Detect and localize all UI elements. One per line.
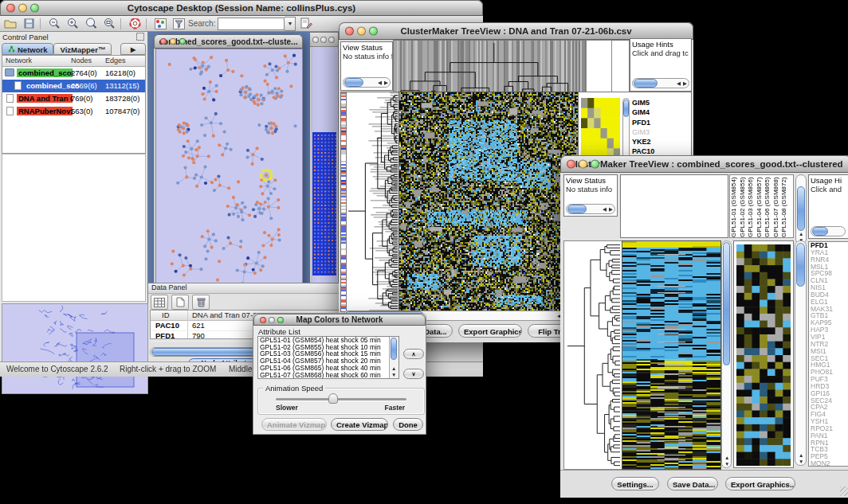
annotation-icon[interactable] (298, 17, 314, 30)
column-label[interactable]: GPL51-06 (GSM865) (764, 175, 772, 237)
vizmapper-icon[interactable] (152, 17, 168, 30)
dialog-titlebar[interactable]: Map Colors to Network (253, 314, 426, 326)
column-label[interactable]: GPL51-04 (GSM857) (756, 175, 764, 237)
create-vizmap-button[interactable]: Create Vizmap (331, 418, 388, 431)
row-dendrogram-canvas[interactable] (563, 240, 622, 470)
more-tabs-button[interactable]: ▶ (120, 43, 146, 55)
column-labels-scrollbar[interactable]: ▲ ▼ (795, 174, 807, 244)
row-label[interactable]: YKE2 (632, 137, 654, 147)
row-label[interactable]: GIM3 (632, 127, 654, 137)
scrollbar-thumb[interactable] (797, 186, 805, 231)
minimize-button[interactable] (357, 27, 366, 36)
zoom-button[interactable] (591, 160, 599, 169)
network-tree-row[interactable]: combined_sco 2569(6) 13112(15) (2, 80, 145, 92)
attribute-list-item[interactable]: GPL51-07 (GSM868) heat shock 60 min (258, 372, 398, 379)
scroll-down-icon[interactable]: ▼ (799, 459, 803, 464)
network-tree-row[interactable]: RNAPuberNov2+ 563(0) 107847(0) (2, 105, 145, 118)
background-window-titlebar[interactable] (310, 33, 338, 47)
scroll-up-icon[interactable]: ▲ (799, 452, 803, 458)
help-lifering-icon[interactable] (127, 17, 143, 30)
export-graphics-button[interactable]: Export Graphics... (458, 324, 522, 338)
heatmap-vscrollbar[interactable]: ▲ ▼ (721, 240, 732, 468)
close-button[interactable] (345, 27, 354, 36)
row-dendrogram-canvas[interactable] (346, 92, 399, 312)
expression-heatmap-canvas[interactable] (398, 92, 579, 312)
view-status-scrollbar[interactable]: ◀ ▶ (566, 204, 615, 214)
close-button[interactable] (260, 317, 266, 323)
birdseye-overview[interactable] (2, 303, 148, 394)
scrollbar-thumb[interactable] (796, 243, 805, 287)
delete-attribute-icon[interactable] (192, 295, 210, 310)
col-header-nodes[interactable]: Nodes (71, 57, 92, 64)
done-button[interactable]: Done (393, 418, 423, 431)
scroll-right-icon[interactable]: ▶ (384, 80, 388, 85)
column-label[interactable]: GPL51-02 (GSM855) (739, 175, 748, 237)
column-label[interactable]: GPL51-03 (GSM856) (747, 175, 756, 237)
save-data-button[interactable]: Save Data... (667, 477, 718, 490)
zoom-button[interactable] (369, 27, 378, 36)
scrollbar-thumb[interactable] (634, 79, 658, 88)
row-label[interactable]: PFD1 (632, 118, 654, 127)
network-tree-row[interactable]: combined_scores 2764(0) 16218(0) (2, 67, 145, 80)
minimize-button[interactable] (320, 37, 327, 43)
zoom-button[interactable] (30, 4, 39, 13)
row-label[interactable]: GIM4 (632, 107, 654, 117)
main-titlebar[interactable]: Cytoscape Desktop (Session Name: collins… (0, 0, 483, 16)
close-button[interactable] (312, 37, 319, 43)
scrollbar-thumb[interactable] (567, 205, 587, 213)
scroll-left-icon[interactable]: ◀ (677, 80, 681, 86)
scroll-down-icon[interactable]: ▼ (724, 461, 729, 467)
attribute-list-scrollbar[interactable]: ▲ ▼ (389, 337, 398, 378)
settings-button[interactable]: Settings... (611, 477, 659, 490)
zoom-out-icon[interactable] (46, 17, 62, 30)
background-network-window[interactable] (309, 32, 339, 289)
new-attribute-icon[interactable] (171, 295, 189, 310)
animate-vizmap-button[interactable]: Animate Vizmap (261, 418, 327, 431)
treeview2-titlebar[interactable]: ClusterMaker TreeView : combined_scores_… (560, 155, 848, 173)
expression-heatmap-canvas[interactable] (622, 240, 721, 470)
zoom-button[interactable] (328, 37, 335, 43)
zoom-in-icon[interactable] (65, 17, 80, 30)
close-button[interactable] (160, 38, 167, 45)
minimize-button[interactable] (579, 160, 587, 169)
speed-slider-thumb[interactable] (328, 393, 338, 404)
speed-slider-track[interactable] (276, 398, 406, 400)
network-graph-canvas[interactable] (155, 49, 303, 289)
col-header-network[interactable]: Network (6, 57, 32, 64)
scroll-left-icon[interactable]: ◀ (603, 206, 607, 212)
tab-network[interactable]: Network (2, 43, 53, 55)
scroll-left-icon[interactable]: ◀ (378, 80, 382, 85)
move-up-button[interactable]: ∧ (403, 349, 424, 359)
scroll-up-icon[interactable]: ▲ (799, 231, 803, 236)
zoom-button[interactable] (179, 38, 186, 45)
scrollbar-thumb[interactable] (391, 338, 397, 360)
scrollbar-thumb[interactable] (623, 100, 629, 117)
scroll-right-icon[interactable]: ▶ (609, 206, 613, 212)
move-down-button[interactable]: ∨ (403, 369, 424, 379)
column-label[interactable]: GPL51-07 (GSM868) (772, 175, 781, 237)
close-button[interactable] (6, 4, 15, 13)
select-attributes-icon[interactable] (151, 295, 168, 310)
tab-vizmapper[interactable]: VizMapper™ (53, 43, 112, 55)
scroll-up-icon[interactable]: ▲ (391, 365, 396, 371)
minimize-button[interactable] (18, 4, 27, 13)
network-tree-row[interactable]: DNA and Tran 07 769(0) 183728(0) (2, 92, 145, 105)
id-column-header[interactable]: ID (162, 311, 170, 319)
zoom-button[interactable] (277, 317, 284, 323)
scroll-up-icon[interactable]: ▲ (724, 455, 729, 460)
save-icon[interactable] (21, 17, 37, 30)
column-label[interactable]: GPL51-08 (GSM872) (780, 175, 789, 237)
treeview1-titlebar[interactable]: ClusterMaker TreeView : DNA and Tran 07-… (339, 22, 693, 40)
float-panel-icon[interactable] (136, 33, 144, 42)
scrollbar-thumb[interactable] (812, 227, 828, 236)
open-icon[interactable] (2, 17, 18, 30)
zoom-selected-icon[interactable] (83, 17, 99, 30)
scroll-right-icon[interactable]: ▶ (683, 80, 687, 86)
search-input[interactable] (218, 18, 285, 30)
resize-grip[interactable] (840, 486, 848, 496)
view-status-scrollbar[interactable]: ◀ ▶ (343, 77, 391, 88)
zoom-fit-icon[interactable] (101, 17, 117, 30)
minimize-button[interactable] (269, 317, 275, 323)
similarity-mini-heatmap[interactable] (581, 98, 620, 158)
filter-icon[interactable] (171, 17, 186, 30)
